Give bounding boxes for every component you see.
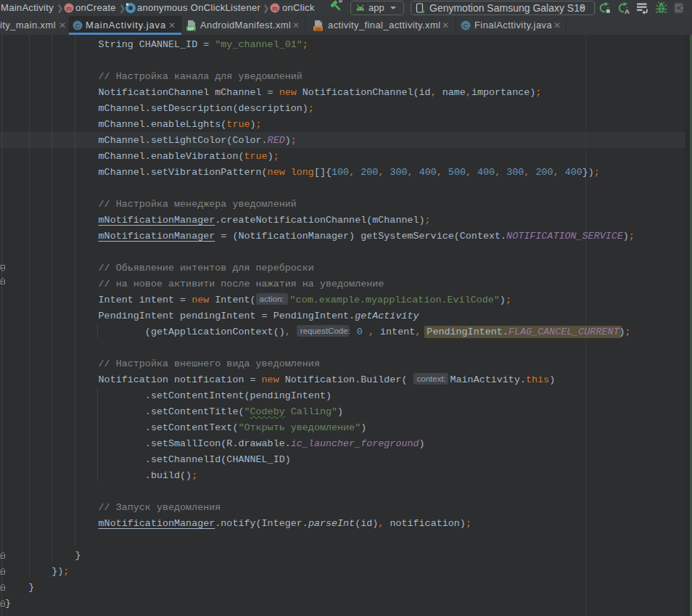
svg-text:m: m — [272, 5, 278, 12]
svg-text:m: m — [66, 5, 72, 12]
svg-text:</>: </> — [315, 27, 321, 31]
svg-text:MF: MF — [188, 26, 194, 31]
svg-text:C: C — [75, 22, 81, 30]
svg-text:C: C — [464, 22, 469, 30]
svg-text:A: A — [625, 7, 630, 14]
